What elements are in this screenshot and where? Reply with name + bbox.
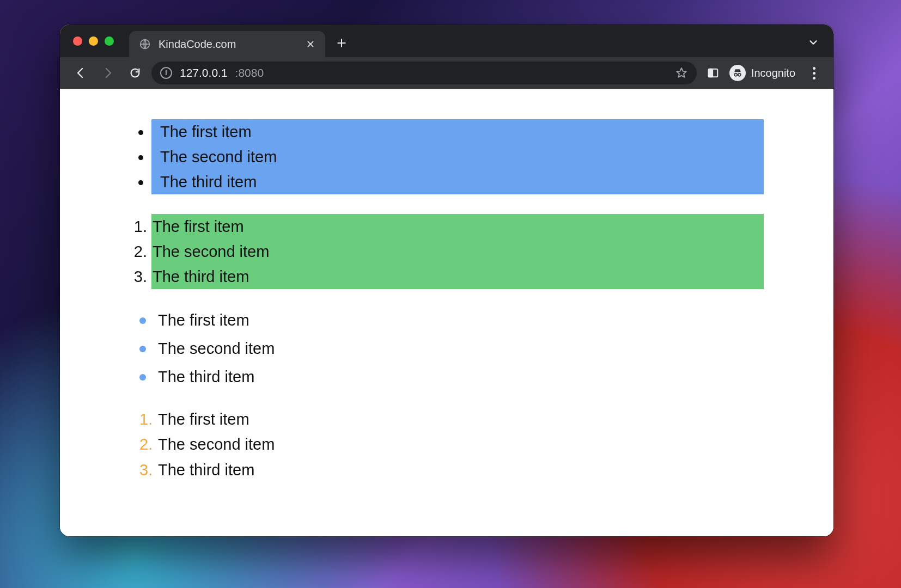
- desktop-background: KindaCode.com: [0, 0, 901, 588]
- window-minimize-button[interactable]: [89, 36, 98, 46]
- bluedot-unordered-list: The first item The second item The third…: [125, 309, 768, 388]
- page-content: The first item The second item The third…: [60, 89, 833, 536]
- new-tab-button[interactable]: [332, 33, 351, 53]
- incognito-label: Incognito: [751, 67, 795, 79]
- list-item: The first item: [139, 309, 768, 332]
- side-panel-button[interactable]: [702, 62, 724, 84]
- toolbar: i 127.0.0.1:8080: [60, 57, 833, 89]
- blue-unordered-list: The first item The second item The third…: [125, 119, 768, 194]
- forward-button[interactable]: [97, 62, 119, 84]
- globe-icon: [139, 38, 151, 50]
- svg-rect-2: [709, 69, 713, 77]
- window-fullscreen-button[interactable]: [105, 36, 114, 46]
- list-item: The third item: [139, 365, 768, 388]
- list-item: The second item: [139, 433, 768, 456]
- list-item: The first item: [139, 408, 768, 431]
- bookmark-star-icon[interactable]: [675, 66, 688, 79]
- list-item: The first item: [151, 214, 764, 239]
- list-item: The second item: [151, 144, 764, 169]
- green-ordered-list: The first item The second item The third…: [125, 214, 768, 289]
- url-port: :8080: [235, 66, 264, 79]
- close-tab-button[interactable]: [305, 38, 316, 50]
- incognito-icon: [729, 65, 746, 81]
- svg-point-4: [738, 74, 741, 76]
- titlebar: KindaCode.com: [60, 24, 833, 57]
- address-bar[interactable]: i 127.0.0.1:8080: [151, 62, 697, 84]
- orange-ordered-list: The first item The second item The third…: [125, 408, 768, 481]
- site-info-icon[interactable]: i: [160, 67, 172, 79]
- tab-title: KindaCode.com: [159, 38, 297, 51]
- browser-window: KindaCode.com: [60, 24, 833, 536]
- window-controls: [73, 36, 114, 46]
- tab-list-dropdown[interactable]: [804, 33, 823, 52]
- list-item: The second item: [139, 337, 768, 360]
- list-item: The third item: [139, 458, 768, 481]
- list-item: The third item: [151, 169, 764, 194]
- incognito-badge[interactable]: Incognito: [729, 65, 799, 81]
- list-item: The third item: [151, 264, 764, 289]
- window-close-button[interactable]: [73, 36, 82, 46]
- more-menu-button[interactable]: [804, 63, 824, 83]
- reload-button[interactable]: [124, 62, 146, 84]
- browser-tab[interactable]: KindaCode.com: [129, 31, 325, 57]
- back-button[interactable]: [70, 62, 92, 84]
- svg-point-3: [734, 74, 737, 76]
- list-item: The first item: [151, 119, 764, 144]
- list-item: The second item: [151, 239, 764, 264]
- url-host: 127.0.0.1: [180, 66, 228, 79]
